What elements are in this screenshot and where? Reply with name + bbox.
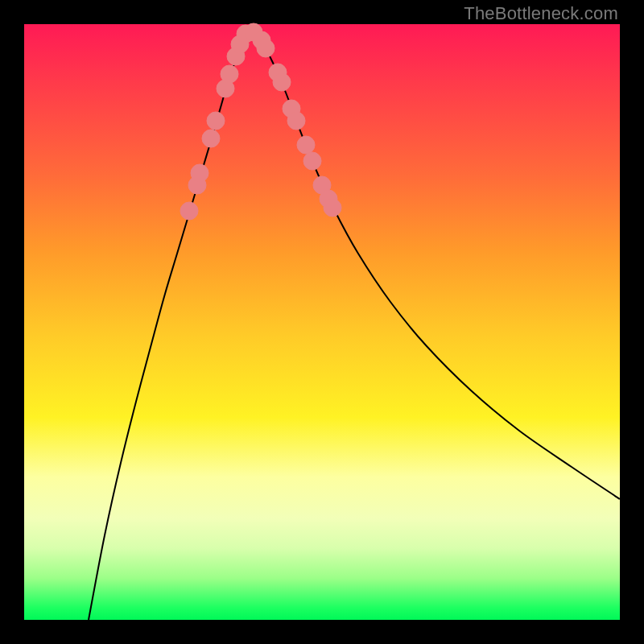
chart-frame: TheBottleneck.com — [0, 0, 644, 644]
curve-right-branch — [250, 28, 620, 499]
curve-group — [89, 28, 620, 620]
data-marker — [297, 136, 315, 154]
watermark-text: TheBottleneck.com — [464, 3, 618, 24]
curve-left-branch — [89, 28, 250, 620]
chart-svg — [24, 24, 620, 620]
data-marker — [257, 39, 275, 57]
data-marker — [273, 73, 291, 91]
data-marker — [180, 202, 198, 220]
data-marker — [221, 65, 238, 83]
data-marker — [207, 112, 225, 130]
data-marker — [324, 199, 341, 217]
data-marker — [191, 164, 208, 182]
marker-group — [180, 23, 341, 220]
data-marker — [287, 112, 305, 130]
data-marker — [303, 152, 321, 170]
plot-area — [24, 24, 620, 620]
data-marker — [202, 130, 220, 147]
